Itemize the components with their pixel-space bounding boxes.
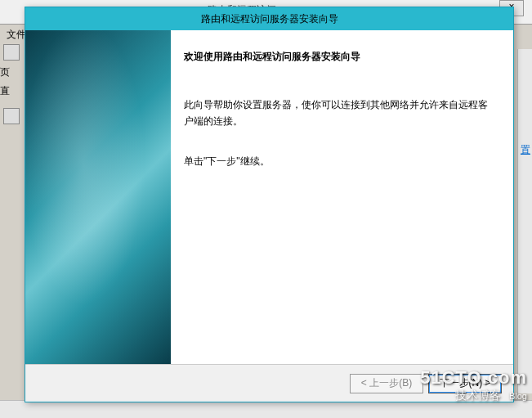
wizard-body-text-2: 单击"下一步"继续。 [184,153,495,169]
wizard-dialog: 路由和远程访问服务器安装向导 欢迎使用路由和远程访问服务器安装向导 此向导帮助你… [25,7,514,402]
wizard-content: 欢迎使用路由和远程访问服务器安装向导 此向导帮助你设置服务器，使你可以连接到其他… [171,30,513,364]
wizard-body: 欢迎使用路由和远程访问服务器安装向导 此向导帮助你设置服务器，使你可以连接到其他… [25,30,513,364]
right-link[interactable]: 置 [521,143,530,157]
parent-statusbar [0,400,532,418]
tree-icon[interactable] [3,108,20,124]
side-char-1: 页 [0,65,25,79]
side-char-2: 直 [0,84,25,98]
wizard-titlebar[interactable]: 路由和远程访问服务器安装向导 [25,7,513,30]
wizard-title: 路由和远程访问服务器安装向导 [201,12,338,26]
next-button[interactable]: 下一步(N) > [428,374,502,393]
parent-side-text: 页 直 [0,65,25,128]
wizard-footer: < 上一步(B) 下一步(N) > [25,364,513,402]
wizard-body-text-1: 此向导帮助你设置服务器，使你可以连接到其他网络并允许来自远程客户端的连接。 [184,97,495,130]
toolbar-back-icon[interactable] [3,44,20,61]
back-button: < 上一步(B) [350,374,423,393]
parent-scrollbar[interactable] [517,49,532,393]
wizard-heading: 欢迎使用路由和远程访问服务器安装向导 [184,50,495,64]
wizard-side-graphic [25,30,171,364]
